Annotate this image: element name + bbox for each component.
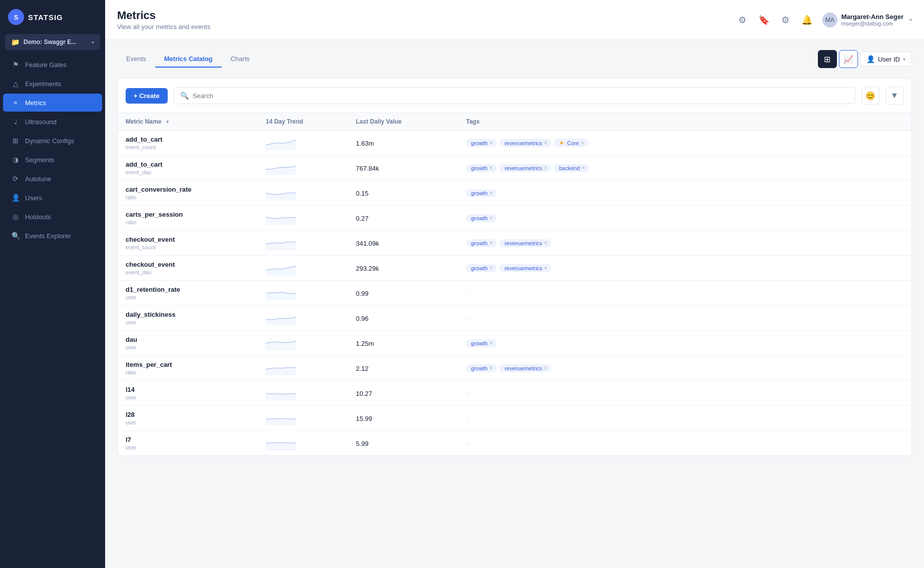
- metric-name-cell[interactable]: items_per_cartratio: [118, 356, 258, 381]
- metric-name-cell[interactable]: add_to_cartevent_dau: [118, 156, 258, 181]
- search-input[interactable]: [193, 92, 849, 100]
- logo-icon: S: [8, 9, 24, 25]
- person-icon: 👤: [866, 55, 875, 63]
- tab-metrics-catalog[interactable]: Metrics Catalog: [155, 51, 222, 68]
- sparkline-cell: [258, 381, 348, 406]
- last-daily-value-cell: 15.99: [348, 406, 458, 431]
- last-daily-value-cell: 0.99: [348, 281, 458, 306]
- sidebar-item-users[interactable]: 👤 Users: [3, 189, 102, 207]
- tag-remove-icon[interactable]: ×: [490, 165, 493, 171]
- tag-remove-icon[interactable]: ×: [490, 340, 493, 346]
- tag[interactable]: revenuemetrics ×: [500, 164, 551, 172]
- tag-remove-icon[interactable]: ×: [490, 365, 493, 371]
- tag-remove-icon[interactable]: ×: [544, 265, 547, 271]
- tag[interactable]: growth ×: [466, 139, 497, 147]
- sidebar-item-experiments[interactable]: △ Experiments: [3, 75, 102, 93]
- col-header-metric-name[interactable]: Metric Name ▼: [118, 113, 258, 131]
- sidebar-item-holdouts[interactable]: ◎ Holdouts: [3, 208, 102, 226]
- sidebar-item-autotune[interactable]: ⟳ Autotune: [3, 170, 102, 188]
- filter-button[interactable]: ▼: [885, 87, 903, 105]
- sidebar-item-events-explorer[interactable]: 🔍 Events Explorer: [3, 227, 102, 245]
- chart-view-button[interactable]: 📈: [839, 50, 858, 68]
- sidebar-item-label: Users: [25, 194, 42, 202]
- last-daily-value-cell: 5.99: [348, 431, 458, 456]
- settings-button[interactable]: ⚙: [779, 13, 791, 28]
- tag-remove-icon[interactable]: ×: [490, 215, 493, 221]
- sparkline-cell: [258, 256, 348, 281]
- tag[interactable]: revenuemetrics ×: [500, 139, 551, 147]
- grid-view-button[interactable]: ⊞: [818, 50, 837, 68]
- last-daily-value-cell: 1.63m: [348, 131, 458, 156]
- sort-arrow-icon: ▼: [165, 119, 170, 125]
- chevron-down-icon: ▾: [92, 40, 94, 45]
- metric-name-cell[interactable]: dauuser: [118, 331, 258, 356]
- table-row: l14user 10.27-: [118, 381, 911, 406]
- last-daily-value-cell: 293.29k: [348, 256, 458, 281]
- metric-name-cell[interactable]: cart_conversion_rateratio: [118, 181, 258, 206]
- tag[interactable]: revenuemetrics ×: [500, 239, 551, 247]
- tag[interactable]: revenuemetrics ×: [500, 364, 551, 372]
- tag-remove-icon[interactable]: ×: [490, 265, 493, 271]
- unit-id-label: User ID: [878, 56, 900, 63]
- metric-name-cell[interactable]: carts_per_sessionratio: [118, 206, 258, 231]
- tab-charts[interactable]: Charts: [222, 51, 259, 68]
- tag[interactable]: growth ×: [466, 339, 497, 347]
- metrics-table: Metric Name ▼ 14 Day Trend Last Daily Va…: [118, 113, 911, 456]
- sidebar-item-ultrasound[interactable]: ♩ Ultrasound: [3, 113, 102, 131]
- sidebar-item-label: Holdouts: [25, 213, 51, 221]
- unit-id-selector[interactable]: 👤 User ID ▾: [860, 52, 912, 67]
- sidebar-item-segments[interactable]: ◑ Segments: [3, 151, 102, 169]
- col-header-last-daily-value: Last Daily Value: [348, 113, 458, 131]
- table-row: l7user 5.99-: [118, 431, 911, 456]
- create-button[interactable]: + Create: [126, 88, 168, 104]
- metric-name-cell[interactable]: l7user: [118, 431, 258, 456]
- metric-name-cell[interactable]: add_to_cartevent_count: [118, 131, 258, 156]
- bookmark-button[interactable]: 🔖: [756, 13, 771, 28]
- user-profile[interactable]: MA Margaret-Ann Seger mseger@statsig.com…: [822, 13, 912, 28]
- metric-name-cell[interactable]: l28user: [118, 406, 258, 431]
- tag-remove-icon[interactable]: ×: [490, 240, 493, 246]
- emoji-filter-button[interactable]: 😊: [861, 87, 879, 105]
- metric-name-cell[interactable]: checkout_eventevent_count: [118, 231, 258, 256]
- tag[interactable]: backend ×: [554, 164, 589, 172]
- notifications-button[interactable]: 🔔: [799, 13, 814, 28]
- sidebar-item-label: Feature Gates: [25, 61, 67, 69]
- header-title: Metrics View all your metrics and events: [117, 9, 210, 31]
- table-header: Metric Name ▼ 14 Day Trend Last Daily Va…: [118, 113, 911, 131]
- tag-remove-icon[interactable]: ×: [490, 140, 493, 146]
- tag-remove-icon[interactable]: ×: [544, 240, 547, 246]
- tag[interactable]: growth ×: [466, 164, 497, 172]
- sidebar-item-metrics[interactable]: ≈ Metrics: [3, 94, 102, 112]
- metrics-card: + Create 🔍 😊 ▼ Metric Name ▼ 14 Day: [117, 78, 912, 456]
- sidebar-item-dynamic-configs[interactable]: ⊞ Dynamic Configs: [3, 132, 102, 150]
- tag-remove-icon[interactable]: ×: [544, 140, 547, 146]
- tag[interactable]: growth ×: [466, 364, 497, 372]
- tag-remove-icon[interactable]: ×: [544, 365, 547, 371]
- user-name: Margaret-Ann Seger: [841, 13, 903, 21]
- tag-remove-icon[interactable]: ×: [544, 165, 547, 171]
- metric-name-cell[interactable]: checkout_eventevent_dau: [118, 256, 258, 281]
- last-daily-value-cell: 2.12: [348, 356, 458, 381]
- tag-remove-icon[interactable]: ×: [582, 165, 585, 171]
- sidebar-item-feature-gates[interactable]: ⚑ Feature Gates: [3, 56, 102, 74]
- tag[interactable]: ★Core ×: [554, 139, 588, 147]
- tag[interactable]: growth ×: [466, 239, 497, 247]
- tag[interactable]: revenuemetrics ×: [500, 264, 551, 272]
- sidebar-item-label: Dynamic Configs: [25, 137, 74, 145]
- metric-name-cell[interactable]: daily_stickinessuser: [118, 306, 258, 331]
- table-row: daily_stickinessuser 0.96-: [118, 306, 911, 331]
- tag[interactable]: growth ×: [466, 214, 497, 222]
- sparkline-cell: [258, 331, 348, 356]
- metric-name-cell[interactable]: l14user: [118, 381, 258, 406]
- tab-events[interactable]: Events: [117, 51, 155, 68]
- tag-remove-icon[interactable]: ×: [581, 140, 584, 146]
- tag[interactable]: growth ×: [466, 264, 497, 272]
- tag-remove-icon[interactable]: ×: [490, 190, 493, 196]
- metric-name-cell[interactable]: d1_retention_rateuser: [118, 281, 258, 306]
- workspace-selector[interactable]: 📁 Demo: Swaggr E... ▾: [5, 34, 100, 50]
- tag[interactable]: growth ×: [466, 189, 497, 197]
- sparkline-cell: [258, 406, 348, 431]
- integrations-button[interactable]: ⚙: [736, 13, 748, 28]
- ultrasound-icon: ♩: [11, 118, 20, 126]
- dynamic-configs-icon: ⊞: [11, 137, 20, 145]
